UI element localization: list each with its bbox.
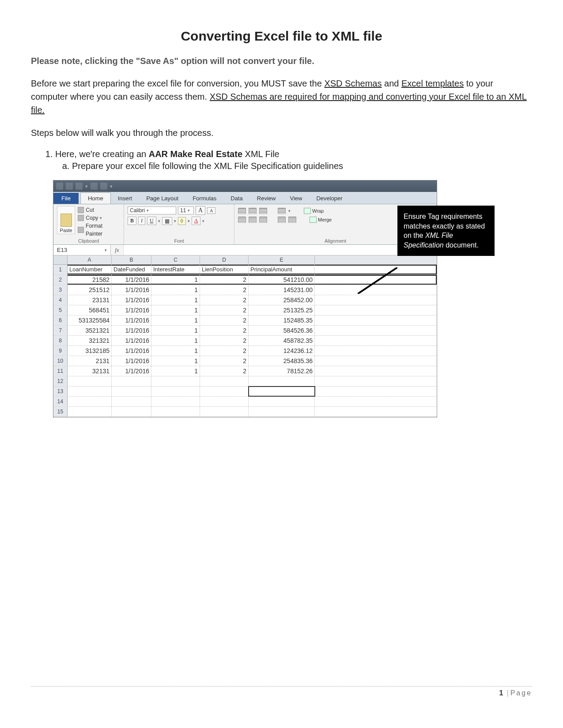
link-excel-templates[interactable]: Excel templates <box>401 79 464 88</box>
cell[interactable]: 584526.36 <box>249 326 315 335</box>
cell[interactable]: 258452.00 <box>249 295 315 305</box>
cell[interactable]: 1 <box>151 346 200 356</box>
cell[interactable]: 1/1/2016 <box>112 305 151 315</box>
cell[interactable]: 145231.00 <box>249 285 315 295</box>
cell[interactable] <box>151 397 200 406</box>
cell[interactable]: 1/1/2016 <box>112 356 151 366</box>
cell[interactable]: 1 <box>151 336 200 345</box>
cell[interactable]: 2 <box>200 305 249 315</box>
qat-more-icon[interactable] <box>100 183 107 190</box>
row-header[interactable]: 4 <box>53 295 68 305</box>
tab-view[interactable]: View <box>283 193 309 204</box>
cell[interactable]: 2 <box>200 275 249 285</box>
tab-page-layout[interactable]: Page Layout <box>139 193 185 204</box>
cut-button[interactable]: Cut <box>78 206 120 214</box>
format-painter-button[interactable]: Format Painter <box>78 222 120 238</box>
cell[interactable]: 2 <box>200 346 249 356</box>
cell[interactable] <box>200 387 249 396</box>
row-header[interactable]: 11 <box>53 366 68 376</box>
save-icon[interactable] <box>66 183 73 190</box>
cell[interactable] <box>249 376 315 386</box>
copy-button[interactable]: Copy▾ <box>78 214 120 222</box>
row-header[interactable]: 13 <box>53 387 68 396</box>
cell[interactable]: 2131 <box>68 356 112 366</box>
cell[interactable]: 251512 <box>68 285 112 295</box>
cell[interactable]: 23131 <box>68 295 112 305</box>
cell[interactable]: InterestRate <box>151 265 200 274</box>
cell[interactable]: 152485.35 <box>249 315 315 325</box>
align-right-icon[interactable] <box>259 217 267 223</box>
cell[interactable]: 2 <box>200 366 249 376</box>
cell[interactable] <box>200 407 249 417</box>
fill-color-button[interactable]: ◊ <box>178 217 186 225</box>
redo-icon[interactable] <box>91 183 98 190</box>
fx-icon[interactable]: fx <box>111 247 123 254</box>
qat-custom[interactable]: ▾ <box>110 184 113 189</box>
align-middle-icon[interactable] <box>249 208 257 214</box>
col-header-a[interactable]: A <box>68 255 112 264</box>
undo-icon[interactable] <box>76 183 83 190</box>
paste-button[interactable]: Paste <box>57 206 75 234</box>
font-name-select[interactable]: Calibri▾ <box>128 206 176 214</box>
row-header[interactable]: 5 <box>53 305 68 315</box>
cell[interactable] <box>151 376 200 386</box>
cell[interactable]: 321321 <box>68 336 112 345</box>
cell[interactable]: 1 <box>151 315 200 325</box>
cell[interactable] <box>112 376 151 386</box>
cell[interactable] <box>112 407 151 417</box>
cell[interactable] <box>200 376 249 386</box>
cell[interactable]: PrincipalAmount <box>249 265 315 274</box>
cell[interactable]: 1 <box>151 275 200 285</box>
cell[interactable] <box>112 387 151 396</box>
cell[interactable]: 2 <box>200 336 249 345</box>
cell[interactable]: 3132185 <box>68 346 112 356</box>
cell[interactable]: 2 <box>200 356 249 366</box>
cell[interactable] <box>249 387 315 396</box>
wrap-text-button[interactable]: Wrap <box>304 208 324 214</box>
cell[interactable]: 1 <box>151 285 200 295</box>
row-header[interactable]: 10 <box>53 356 68 366</box>
cell[interactable]: 1/1/2016 <box>112 366 151 376</box>
font-color-button[interactable]: A <box>192 217 201 225</box>
cell[interactable]: 458782.35 <box>249 336 315 345</box>
grow-font-button[interactable]: A <box>196 206 205 215</box>
cell[interactable]: 1/1/2016 <box>112 295 151 305</box>
cell[interactable] <box>249 407 315 417</box>
align-bottom-icon[interactable] <box>259 208 267 214</box>
cell[interactable]: 568451 <box>68 305 112 315</box>
bold-button[interactable]: B <box>128 217 136 225</box>
row-header[interactable]: 6 <box>53 315 68 325</box>
tab-home[interactable]: Home <box>80 192 111 204</box>
row-header[interactable]: 9 <box>53 346 68 356</box>
cell[interactable] <box>249 397 315 406</box>
formula-input[interactable] <box>123 245 437 255</box>
italic-button[interactable]: I <box>138 217 145 225</box>
col-header-b[interactable]: B <box>112 255 151 264</box>
col-header-c[interactable]: C <box>151 255 200 264</box>
cell[interactable]: 2 <box>200 295 249 305</box>
cell[interactable]: 251325.25 <box>249 305 315 315</box>
row-header[interactable]: 14 <box>53 397 68 406</box>
align-center-icon[interactable] <box>249 217 257 223</box>
tab-developer[interactable]: Developer <box>309 193 349 204</box>
cell[interactable]: 1 <box>151 326 200 335</box>
cell[interactable]: 1/1/2016 <box>112 326 151 335</box>
cell[interactable]: 1/1/2016 <box>112 346 151 356</box>
row-header[interactable]: 7 <box>53 326 68 335</box>
cell[interactable]: 254835.36 <box>249 356 315 366</box>
merge-button[interactable]: Merge <box>310 217 332 223</box>
cell[interactable]: 1 <box>151 305 200 315</box>
cell[interactable]: 2 <box>200 326 249 335</box>
cell[interactable]: 1 <box>151 356 200 366</box>
name-box[interactable]: E13 ▾ <box>53 245 111 255</box>
cell[interactable]: LoanNumber <box>68 265 112 274</box>
underline-button[interactable]: U <box>147 217 156 225</box>
border-button[interactable]: ▦ <box>162 217 172 225</box>
col-header-d[interactable]: D <box>200 255 249 264</box>
cell[interactable]: 1 <box>151 366 200 376</box>
cell[interactable]: 2 <box>200 285 249 295</box>
cell[interactable]: 32131 <box>68 366 112 376</box>
cell[interactable]: 1 <box>151 295 200 305</box>
tab-insert[interactable]: Insert <box>111 193 140 204</box>
orientation-icon[interactable] <box>278 208 286 214</box>
